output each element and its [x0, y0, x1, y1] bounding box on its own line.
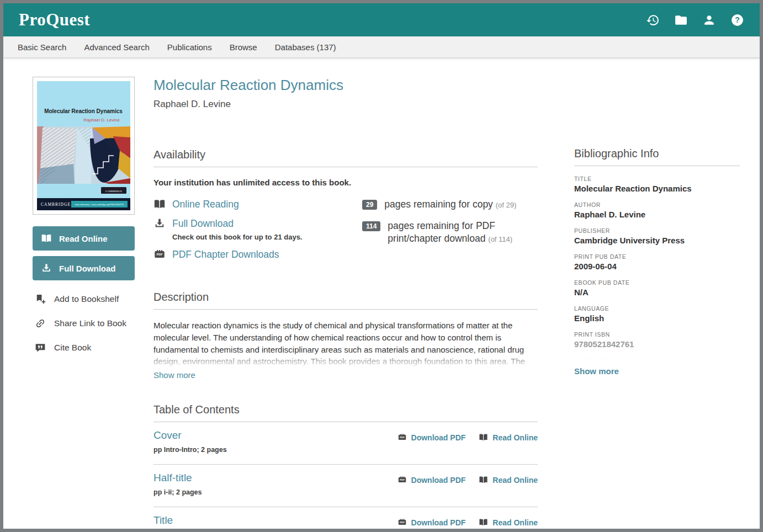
read-online-label: Read Online: [492, 433, 538, 442]
book-author: Raphael D. Levine: [153, 99, 538, 110]
add-to-bookshelf-label: Add to Bookshelf: [54, 294, 119, 304]
bibliographic-info: Bibliographic Info TITLE Molecular React…: [574, 77, 740, 376]
help-icon[interactable]: [730, 13, 744, 27]
biblio-field-value: Molecular Reaction Dynamics: [574, 184, 740, 193]
description-body: Molecular reaction dynamics is the study…: [153, 320, 538, 369]
read-online-label: Read Online: [492, 518, 538, 527]
quotas: 29 pages remaining for copy (of 29) 114 …: [362, 198, 538, 268]
download-pdf-link[interactable]: Download PDF: [398, 475, 466, 485]
pdf-icon: [398, 433, 407, 442]
toc-chapter-link[interactable]: Half-title: [153, 472, 192, 483]
toc-heading: Table of Contents: [153, 403, 538, 422]
description-show-more[interactable]: Show more: [153, 370, 195, 380]
biblio-field-label: PUBLISHER: [574, 227, 740, 234]
access-text: Your institution has unlimited access to…: [153, 178, 538, 187]
pdf-icon: [398, 518, 407, 527]
copy-quota: 29 pages remaining for copy (of 29): [362, 198, 538, 211]
add-to-bookshelf-link[interactable]: Add to Bookshelf: [33, 294, 135, 305]
proquest-logo[interactable]: ProQuest: [19, 10, 90, 30]
folder-icon[interactable]: [674, 13, 688, 27]
cite-book-link[interactable]: Cite Book: [33, 342, 135, 353]
biblio-faded-label: EBOOK ISBN: [574, 357, 740, 362]
toc-row: Cover pp Intro-Intro; 2 pages Download P…: [153, 422, 538, 465]
cover-publisher: CAMBRIDGE: [41, 202, 71, 207]
nav-publications[interactable]: Publications: [167, 42, 212, 52]
content: Molecular Reaction Dynamics Raphael D. L…: [3, 58, 760, 532]
cover-artwork: [37, 126, 130, 184]
download-pdf-label: Download PDF: [411, 476, 466, 485]
read-online-link[interactable]: Read Online: [479, 433, 538, 442]
download-pdf-link[interactable]: Download PDF: [398, 518, 466, 527]
nav-basic-search[interactable]: Basic Search: [18, 42, 66, 52]
biblio-field-value: English: [574, 313, 740, 323]
toc-row-actions: Download PDF Read Online: [398, 475, 538, 485]
pdf-quota-of: (of 114): [488, 235, 512, 243]
pdf-icon: [398, 475, 407, 485]
biblio-field-label: AUTHOR: [574, 201, 740, 208]
pdf-quota-text: pages remaining for PDF print/chapter do…: [388, 220, 495, 244]
toc-chapter-pages: pp Intro-Intro; 2 pages: [153, 446, 227, 454]
pdf-chapter-downloads-label: PDF Chapter Downloads: [172, 249, 279, 260]
read-online-link[interactable]: Read Online: [479, 518, 538, 527]
book-cover-art: Molecular Reaction Dynamics Raphael D. L…: [37, 81, 130, 210]
header-icons: [646, 13, 744, 27]
nav-advanced-search[interactable]: Advanced Search: [84, 42, 149, 52]
cover-badge: CAMBRIDGE: [105, 190, 122, 193]
main-nav: Basic Search Advanced Search Publication…: [3, 36, 760, 58]
biblio-field-value: 9780521842761: [574, 339, 740, 349]
biblio-field-label: PRINT PUB DATE: [574, 253, 740, 260]
biblio-show-more[interactable]: Show more: [574, 366, 619, 376]
availability-body: Online Reading Full Download Check out t…: [153, 198, 538, 268]
copy-quota-badge: 29: [362, 200, 377, 210]
download-icon: [41, 263, 52, 274]
cover-footer-note: more information - www.cambridge.org/978…: [75, 204, 124, 206]
pdf-quota-badge: 114: [362, 221, 380, 231]
read-online-button-label: Read Online: [59, 234, 108, 243]
full-download-link[interactable]: Full Download: [153, 217, 362, 230]
read-online-button[interactable]: Read Online: [33, 226, 135, 251]
description-heading: Description: [153, 291, 538, 310]
pdf-quota: 114 pages remaining for PDF print/chapte…: [362, 220, 538, 246]
cover-title: Molecular Reaction Dynamics: [44, 108, 123, 114]
full-download-button[interactable]: Full Download: [33, 256, 135, 280]
biblio-field-label: PRINT ISBN: [574, 331, 740, 338]
availability-heading: Availability: [153, 148, 538, 167]
toc-chapter-pages: pp i-ii; 2 pages: [153, 488, 202, 496]
read-online-link[interactable]: Read Online: [479, 475, 538, 485]
download-icon: [153, 217, 166, 230]
link-icon: [35, 318, 46, 329]
full-download-button-label: Full Download: [59, 264, 116, 273]
share-link-label: Share Link to Book: [54, 318, 126, 328]
biblio-field-value: N/A: [574, 288, 740, 297]
history-icon[interactable]: [646, 13, 660, 27]
pdf-chapter-downloads-link[interactable]: PDF Chapter Downloads: [153, 248, 362, 260]
account-icon[interactable]: [702, 13, 716, 27]
biblio-fields: TITLE Molecular Reaction Dynamics AUTHOR…: [574, 175, 740, 362]
nav-databases[interactable]: Databases (137): [275, 42, 336, 52]
biblio-field-value: Raphael D. Levine: [574, 210, 740, 219]
cover-author: Raphael D. Levine: [83, 118, 120, 123]
book-icon: [41, 233, 52, 244]
download-pdf-link[interactable]: Download PDF: [398, 433, 466, 442]
availability-links: Online Reading Full Download Check out t…: [153, 198, 362, 268]
left-sidebar: Molecular Reaction Dynamics Raphael D. L…: [33, 77, 135, 353]
biblio-heading: Bibliographic Info: [574, 147, 740, 166]
book-icon: [479, 518, 488, 527]
toc-row-actions: Download PDF Read Online: [398, 433, 538, 442]
cite-icon: [35, 342, 46, 353]
online-reading-link[interactable]: Online Reading: [153, 198, 362, 210]
toc-row: Title pp iii-iii; 1 page Download PDF Re…: [153, 507, 538, 532]
toc-chapter-link[interactable]: Cover: [153, 429, 182, 441]
biblio-field-value: Cambridge University Press: [574, 236, 740, 245]
nav-browse[interactable]: Browse: [230, 42, 257, 52]
read-online-label: Read Online: [492, 476, 538, 485]
share-link-to-book-link[interactable]: Share Link to Book: [33, 318, 135, 329]
toc-chapter-link[interactable]: Title: [153, 514, 173, 526]
copy-quota-text: pages remaining for copy: [384, 199, 493, 210]
biblio-field-label: TITLE: [574, 175, 740, 182]
book-cover: Molecular Reaction Dynamics Raphael D. L…: [33, 77, 135, 215]
toc-row-info: Cover pp Intro-Intro; 2 pages: [153, 429, 227, 454]
page-title: Molecular Reaction Dynamics: [153, 77, 538, 94]
add-bookshelf-icon: [35, 294, 46, 305]
book-icon: [479, 433, 488, 442]
